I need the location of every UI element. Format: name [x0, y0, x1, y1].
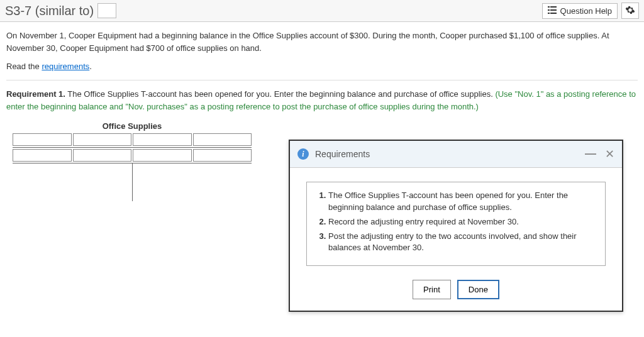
requirement-item-3: Post the adjusting entry to the two acco…: [328, 231, 596, 255]
svg-rect-1: [550, 6, 557, 8]
settings-button[interactable]: [621, 3, 639, 19]
t-cell-r2c1[interactable]: [13, 149, 72, 162]
requirements-link[interactable]: requirements: [42, 62, 89, 71]
header-left: S3-7 (similar to): [5, 3, 116, 18]
close-icon[interactable]: ✕: [605, 147, 614, 161]
t-cell-r2c2[interactable]: [73, 149, 132, 162]
t-account-stem: [132, 163, 133, 201]
popup-title: Requirements: [315, 149, 370, 159]
svg-rect-2: [548, 9, 550, 11]
done-button[interactable]: Done: [457, 280, 499, 299]
svg-rect-0: [548, 6, 550, 8]
help-label: Question Help: [560, 6, 612, 16]
svg-rect-5: [550, 13, 557, 14]
print-button[interactable]: Print: [413, 280, 451, 299]
t-account-row-1: [13, 133, 252, 148]
question-title: S3-7 (similar to): [5, 4, 94, 18]
read-requirements-line: Read the requirements.: [6, 62, 638, 71]
popup-controls: — ✕: [585, 147, 614, 161]
requirements-list-box: The Office Supplies T-account has been o…: [306, 182, 606, 266]
svg-rect-3: [550, 9, 557, 11]
requirements-popup: i Requirements — ✕ The Office Supplies T…: [289, 140, 623, 312]
header-right: Question Help: [542, 3, 639, 19]
requirement-item-2: Record the adjusting entry required at N…: [328, 216, 596, 228]
requirement-1-label: Requirement 1.: [6, 89, 65, 99]
t-cell-r1c1[interactable]: [13, 133, 72, 146]
read-prefix: Read the: [6, 62, 42, 71]
list-icon: [548, 6, 557, 16]
requirement-item-1: The Office Supplies T-account has been o…: [328, 190, 596, 214]
svg-rect-4: [548, 13, 550, 14]
t-account-title: Office Supplies: [13, 121, 252, 131]
popup-header: i Requirements — ✕: [290, 141, 622, 168]
t-account: Office Supplies: [13, 121, 252, 201]
gear-icon: [625, 5, 635, 17]
question-header: S3-7 (similar to) Question Help: [0, 0, 644, 22]
divider: [6, 80, 638, 80]
t-cell-r2c3[interactable]: [133, 149, 192, 162]
problem-text: On November 1, Cooper Equipment had a be…: [6, 30, 638, 54]
read-suffix: .: [89, 62, 92, 71]
requirement-1-text: The Office Supplies T-account has been o…: [65, 89, 495, 99]
minimize-icon[interactable]: —: [585, 147, 596, 161]
info-icon: i: [297, 148, 309, 160]
popup-footer: Print Done: [290, 277, 622, 311]
requirements-list: The Office Supplies T-account has been o…: [316, 190, 596, 254]
title-spacer-box: [97, 3, 116, 18]
popup-header-left: i Requirements: [297, 148, 370, 160]
t-account-row-2: [13, 149, 252, 163]
question-help-button[interactable]: Question Help: [542, 3, 618, 19]
t-cell-r2c4[interactable]: [193, 149, 252, 162]
t-cell-r1c3[interactable]: [133, 133, 192, 146]
t-cell-r1c4[interactable]: [193, 133, 252, 146]
t-cell-r1c2[interactable]: [73, 133, 132, 146]
requirement-1-line: Requirement 1. The Office Supplies T-acc…: [6, 88, 638, 113]
popup-body: The Office Supplies T-account has been o…: [290, 168, 622, 277]
